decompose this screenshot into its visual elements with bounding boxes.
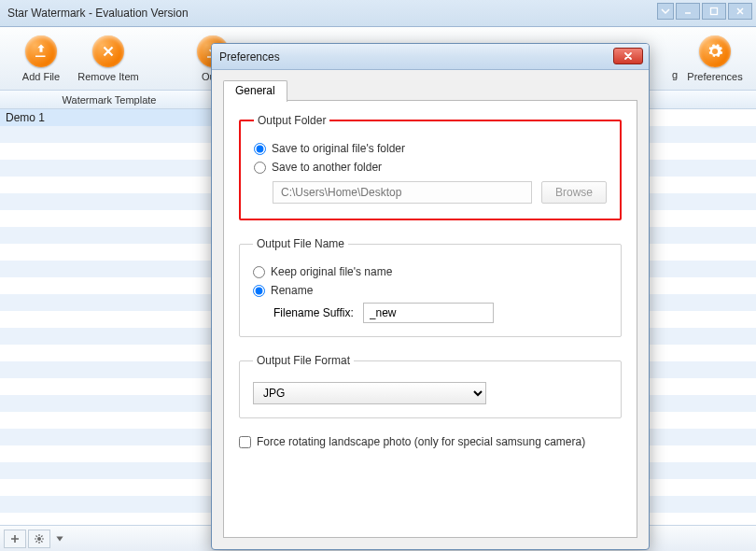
radio-save-original[interactable]: Save to original file's folder: [254, 142, 607, 155]
preferences-label: Preferences: [687, 71, 742, 82]
radio-rename-label: Rename: [271, 284, 313, 297]
radio-keep-name[interactable]: Keep original file's name: [253, 265, 608, 278]
add-file-icon: [25, 35, 57, 67]
template-list[interactable]: Demo 1: [0, 109, 218, 525]
remove-item-icon: [92, 35, 124, 67]
dialog-title: Preferences: [219, 50, 280, 64]
close-button[interactable]: [728, 3, 752, 20]
titlebar-buttons: [657, 3, 752, 20]
group-output-file-name: Output File Name Keep original file's na…: [239, 237, 622, 337]
radio-keep-name-input[interactable]: [253, 266, 265, 278]
dialog-close-button[interactable]: [613, 48, 643, 64]
radio-save-original-input[interactable]: [254, 143, 266, 155]
svg-rect-1: [711, 8, 718, 15]
window-title: Star Watermark - Evaluation Version: [7, 7, 189, 20]
minimize-button[interactable]: [676, 3, 700, 20]
settings-template-dropdown[interactable]: [52, 530, 67, 548]
radio-save-another-label: Save to another folder: [272, 161, 382, 174]
force-rotate-checkbox-row[interactable]: Force rotating landscape photo (only for…: [239, 435, 622, 448]
template-list-header: Watermark Template: [0, 91, 218, 109]
group-output-folder: Output Folder Save to original file's fo…: [239, 114, 622, 220]
path-row: Browse: [273, 181, 607, 204]
output-format-select[interactable]: JPG: [253, 382, 486, 404]
tab-strip: General: [223, 79, 637, 101]
browse-button[interactable]: Browse: [541, 181, 607, 204]
template-row-demo1[interactable]: Demo 1: [0, 109, 217, 126]
preferences-dialog: Preferences General Output Folder Save t…: [211, 43, 650, 550]
tab-general-label: General: [235, 84, 275, 97]
add-template-button[interactable]: [4, 530, 26, 548]
titlebar-dropdown[interactable]: [657, 3, 674, 20]
radio-rename-input[interactable]: [253, 285, 265, 297]
remove-item-button[interactable]: Remove Item: [75, 31, 142, 87]
filename-suffix-input[interactable]: [363, 303, 494, 323]
add-file-label: Add File: [22, 71, 60, 82]
tab-general[interactable]: General: [223, 80, 287, 102]
radio-keep-name-label: Keep original file's name: [271, 265, 392, 278]
toolbar-right-partial-label: g: [672, 69, 678, 80]
filename-suffix-row: Filename Suffix:: [273, 303, 608, 323]
settings-template-button[interactable]: [28, 530, 50, 548]
preferences-button[interactable]: Preferences: [681, 31, 749, 87]
tab-content: Output Folder Save to original file's fo…: [223, 101, 637, 538]
radio-save-another[interactable]: Save to another folder: [254, 161, 607, 174]
maximize-button[interactable]: [702, 3, 726, 20]
group-output-file-name-legend: Output File Name: [253, 237, 348, 250]
svg-point-2: [37, 537, 41, 541]
group-output-file-format: Output File Format JPG: [239, 354, 622, 418]
dialog-titlebar[interactable]: Preferences: [212, 44, 649, 70]
force-rotate-checkbox[interactable]: [239, 436, 251, 448]
add-file-button[interactable]: Add File: [7, 31, 75, 87]
filename-suffix-label: Filename Suffix:: [273, 306, 354, 319]
group-output-file-format-legend: Output File Format: [253, 354, 354, 367]
preferences-gear-icon: [699, 35, 731, 67]
radio-save-original-label: Save to original file's folder: [272, 142, 405, 155]
force-rotate-label: Force rotating landscape photo (only for…: [257, 435, 585, 448]
radio-rename[interactable]: Rename: [253, 284, 608, 297]
remove-item-label: Remove Item: [77, 71, 138, 82]
dialog-body: General Output Folder Save to original f…: [212, 70, 649, 549]
titlebar: Star Watermark - Evaluation Version: [0, 0, 756, 27]
output-path-input[interactable]: [273, 181, 532, 204]
group-output-folder-legend: Output Folder: [254, 114, 329, 127]
radio-save-another-input[interactable]: [254, 162, 266, 174]
template-row-label: Demo 1: [6, 111, 45, 124]
